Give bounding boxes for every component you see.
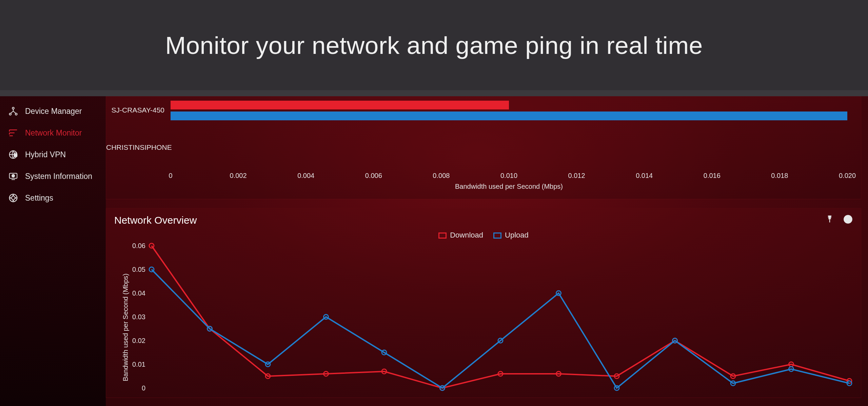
xaxis-title: Bandwidth used per Second (Mbps) [455,183,563,190]
legend: Download Upload [114,231,853,240]
svg-rect-4 [14,154,17,157]
point-download [789,362,794,367]
legend-upload: Upload [493,231,529,240]
xaxis-tick: 0.010 [500,172,517,180]
sidebar-item-label: Hybrid VPN [25,150,66,159]
header-divider [0,90,868,96]
sidebar-item-label: Network Monitor [25,128,82,138]
bar-download [171,101,509,109]
point-upload [847,381,852,386]
xaxis-tick: 0.012 [568,172,585,180]
point-upload [440,386,445,390]
bandwidth-per-device-panel: SJ-CRASAY-450CHRISTINSIPHONE00.0020.0040… [106,96,861,199]
network-overview-panel: Network Overview Download Upload 00.010.… [106,208,861,398]
sidebar-item-settings[interactable]: Settings [0,187,106,209]
point-upload [789,367,794,371]
xaxis-tick: 0.014 [636,172,653,180]
point-download [324,371,329,376]
system-information-icon [7,170,19,182]
point-download [614,374,619,379]
sidebar-item-label: System Information [25,172,92,181]
network-monitor-icon [7,127,19,139]
point-download [498,371,503,376]
point-upload [265,362,270,367]
network-overview-title: Network Overview [114,215,853,226]
legend-download: Download [438,231,483,240]
point-download [149,243,154,248]
legend-swatch-download [438,232,447,239]
hybrid-vpn-icon [7,149,19,160]
svg-point-0 [12,107,14,109]
settings-icon [7,192,19,204]
network-overview-line-chart: 00.010.020.030.040.050.06Bandwidth used … [114,242,853,391]
xaxis-tick: 0.002 [230,172,247,180]
point-download [731,374,735,379]
xaxis-tick: 0 [169,172,172,180]
sidebar-item-system-information[interactable]: System Information [0,165,106,187]
help-icon[interactable] [843,215,853,225]
point-download [265,374,270,379]
xaxis-tick: 0.018 [771,172,788,180]
xaxis-tick: 0.008 [433,172,450,180]
svg-point-7 [13,175,14,176]
line-download [152,246,849,388]
main-content: SJ-CRASAY-450CHRISTINSIPHONE00.0020.0040… [106,96,868,406]
bar-upload [171,111,847,120]
point-upload [498,338,503,343]
app-shell: Device Manager Network Monitor Hybrid VP… [0,96,868,406]
line-plot-svg [114,242,853,391]
marketing-header: Monitor your network and game ping in re… [0,0,868,90]
xaxis-tick: 0.004 [297,172,314,180]
xaxis-tick: 0.020 [839,172,856,180]
sidebar-item-device-manager[interactable]: Device Manager [0,100,106,122]
svg-point-10 [848,221,848,222]
bar-category-label: SJ-CRASAY-450 [106,106,164,114]
point-upload [731,381,735,386]
sidebar-item-hybrid-vpn[interactable]: Hybrid VPN [0,144,106,165]
point-upload [614,386,619,390]
point-upload [149,267,154,272]
point-upload [556,291,561,296]
sidebar-item-label: Device Manager [25,107,82,116]
xaxis-tick: 0.016 [704,172,721,180]
legend-swatch-upload [493,232,501,239]
point-download [382,369,387,374]
sidebar-item-network-monitor[interactable]: Network Monitor [0,122,106,144]
line-upload [152,269,849,388]
xaxis-tick: 0.006 [365,172,382,180]
bandwidth-bar-chart: SJ-CRASAY-450CHRISTINSIPHONE00.0020.0040… [106,97,861,199]
point-upload [382,350,387,355]
marketing-headline: Monitor your network and game ping in re… [165,31,703,59]
point-upload [673,338,677,343]
point-download [556,371,561,376]
sidebar-item-label: Settings [25,194,53,203]
device-manager-icon [7,105,19,117]
pin-icon[interactable] [825,215,834,225]
bar-category-label: CHRISTINSIPHONE [106,143,164,151]
sidebar: Device Manager Network Monitor Hybrid VP… [0,96,106,406]
point-upload [324,314,329,319]
point-upload [208,326,212,331]
